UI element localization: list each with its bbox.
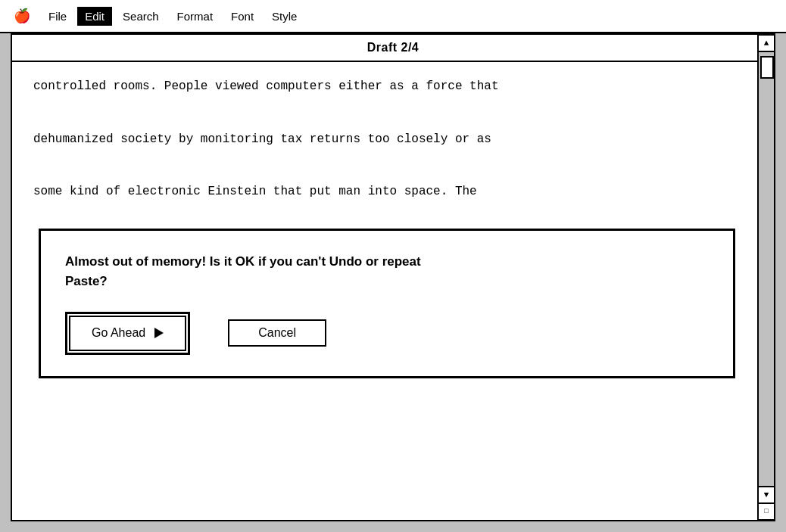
scroll-down-button[interactable]: ▼ bbox=[758, 487, 775, 503]
doc-line-5: some kind of electronic Einstein that pu… bbox=[33, 181, 753, 203]
menu-item-file[interactable]: File bbox=[41, 7, 74, 26]
window-title: Draft 2/4 bbox=[367, 41, 420, 54]
scroll-page-indicator[interactable]: □ bbox=[758, 503, 775, 520]
dialog-message: Almost out of memory! Is it OK if you ca… bbox=[65, 252, 709, 291]
menu-item-search[interactable]: Search bbox=[115, 7, 167, 26]
go-ahead-button-wrapper[interactable]: Go Ahead bbox=[65, 312, 190, 355]
go-ahead-button[interactable]: Go Ahead bbox=[69, 316, 186, 351]
doc-line-1: controlled rooms. People viewed computer… bbox=[33, 76, 753, 98]
doc-line-3: dehumanized society by monitoring tax re… bbox=[33, 129, 753, 151]
doc-line-2 bbox=[33, 102, 753, 124]
cancel-button[interactable]: Cancel bbox=[228, 319, 326, 347]
scroll-up-button[interactable]: ▲ bbox=[758, 35, 775, 51]
menu-item-font[interactable]: Font bbox=[223, 7, 261, 26]
menu-item-edit[interactable]: Edit bbox=[77, 7, 112, 26]
dialog-buttons: Go Ahead Cancel bbox=[65, 312, 709, 355]
document-content: controlled rooms. People viewed computer… bbox=[12, 62, 774, 221]
menu-item-format[interactable]: Format bbox=[170, 7, 221, 26]
dialog-message-line2: Paste? bbox=[65, 274, 108, 288]
document-window: Draft 2/4 ▲ ▼ □ controlled rooms. People… bbox=[11, 33, 775, 521]
title-bar: Draft 2/4 bbox=[12, 35, 774, 62]
dialog-message-line1: Almost out of memory! Is it OK if you ca… bbox=[65, 254, 421, 269]
cursor-icon bbox=[154, 328, 164, 338]
doc-line-4 bbox=[33, 154, 753, 176]
menu-bar: 🍎 File Edit Search Format Font Style bbox=[0, 0, 786, 33]
dialog-box: Almost out of memory! Is it OK if you ca… bbox=[39, 229, 735, 378]
menu-item-style[interactable]: Style bbox=[264, 7, 304, 26]
apple-menu[interactable]: 🍎 bbox=[6, 5, 38, 27]
